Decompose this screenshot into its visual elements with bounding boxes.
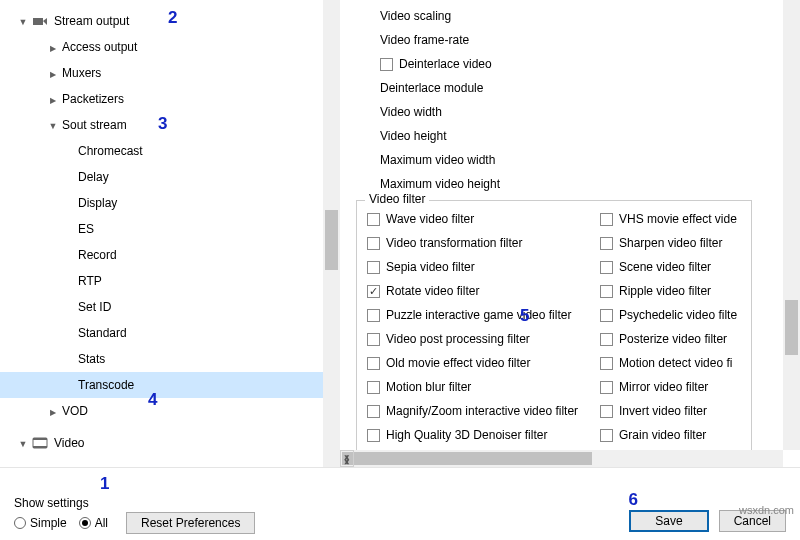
tree-label: Access output — [62, 40, 137, 54]
row-mirror: Mirror video filter — [600, 375, 740, 399]
svg-rect-2 — [33, 438, 47, 440]
checkbox-invert[interactable] — [600, 405, 613, 418]
label-rotate: Rotate video filter — [386, 284, 479, 298]
checkbox-oldmovie[interactable] — [367, 357, 380, 370]
panel-hscrollbar-thumb[interactable] — [342, 452, 592, 465]
tree-muxers[interactable]: Muxers — [0, 60, 340, 86]
row-magnify: Magnify/Zoom interactive video filter — [367, 399, 592, 423]
row-transform: Video transformation filter — [367, 231, 592, 255]
checkbox-sharpen[interactable] — [600, 237, 613, 250]
tree-scrollbar[interactable] — [323, 0, 340, 467]
checkbox-mirror[interactable] — [600, 381, 613, 394]
tree-sout-stream[interactable]: Sout stream — [0, 112, 340, 138]
tree-rtp[interactable]: RTP — [0, 268, 340, 294]
row-vhs: VHS movie effect vide — [600, 207, 740, 231]
tree-packetizers[interactable]: Packetizers — [0, 86, 340, 112]
label-oldmovie: Old movie effect video filter — [386, 356, 531, 370]
radio-all[interactable] — [79, 517, 91, 529]
label-magnify: Magnify/Zoom interactive video filter — [386, 404, 578, 418]
checkbox-grain[interactable] — [600, 429, 613, 442]
checkbox-postproc[interactable] — [367, 333, 380, 346]
tree-vod[interactable]: VOD — [0, 398, 340, 424]
label-mirror: Mirror video filter — [619, 380, 708, 394]
tree-es[interactable]: ES — [0, 216, 340, 242]
row-grain: Grain video filter — [600, 423, 740, 447]
chevron-right-icon — [48, 406, 58, 417]
tree-label: Video — [54, 436, 84, 450]
panel-vscrollbar[interactable] — [783, 0, 800, 450]
checkbox-wave[interactable] — [367, 213, 380, 226]
label-video-frame-rate: Video frame-rate — [380, 28, 800, 52]
tree-video[interactable]: Video — [0, 430, 340, 456]
stream-output-icon — [32, 13, 48, 29]
tree-label: Sout stream — [62, 118, 127, 132]
radio-simple-label: Simple — [30, 516, 67, 530]
tree-label: Record — [78, 248, 117, 262]
row-rotate: Rotate video filter — [367, 279, 592, 303]
row-posterize: Posterize video filter — [600, 327, 740, 351]
row-puzzle: Puzzle interactive game video filter — [367, 303, 592, 327]
checkbox-puzzle[interactable] — [367, 309, 380, 322]
checkbox-vhs[interactable] — [600, 213, 613, 226]
tree-display[interactable]: Display — [0, 190, 340, 216]
tree-label: Packetizers — [62, 92, 124, 106]
row-motionblur: Motion blur filter — [367, 375, 592, 399]
tree-scrollbar-thumb[interactable] — [325, 210, 338, 270]
checkbox-motionblur[interactable] — [367, 381, 380, 394]
chevron-right-icon — [48, 42, 58, 53]
tree-label: VOD — [62, 404, 88, 418]
panel-vscrollbar-thumb[interactable] — [785, 300, 798, 355]
label-grain: Grain video filter — [619, 428, 706, 442]
chevron-down-icon — [18, 438, 28, 449]
checkbox-deinterlace[interactable] — [380, 58, 393, 71]
checkbox-rotate[interactable] — [367, 285, 380, 298]
checkbox-motiondetect[interactable] — [600, 357, 613, 370]
tree-stream-output[interactable]: Stream output — [0, 8, 340, 34]
tree-label: Set ID — [78, 300, 111, 314]
label-deinterlace-module: Deinterlace module — [380, 76, 800, 100]
row-scene: Scene video filter — [600, 255, 740, 279]
reset-button[interactable]: Reset Preferences — [126, 512, 255, 534]
checkbox-psychedelic[interactable] — [600, 309, 613, 322]
label-motionblur: Motion blur filter — [386, 380, 471, 394]
checkbox-sepia[interactable] — [367, 261, 380, 274]
label-wave: Wave video filter — [386, 212, 474, 226]
label-video-scaling: Video scaling — [380, 4, 800, 28]
video-filter-group: Video filter Wave video filter Video tra… — [356, 200, 752, 454]
tree-label: Stats — [78, 352, 105, 366]
tree-label: RTP — [78, 274, 102, 288]
label-postproc: Video post processing filter — [386, 332, 530, 346]
label-max-video-width: Maximum video width — [380, 148, 800, 172]
label-video-height: Video height — [380, 124, 800, 148]
tree-stats[interactable]: Stats — [0, 346, 340, 372]
radio-simple[interactable] — [14, 517, 26, 529]
label-sharpen: Sharpen video filter — [619, 236, 722, 250]
hscroll-right-arrow[interactable]: ❯ — [340, 450, 354, 467]
settings-panel: Video scaling Video frame-rate Deinterla… — [340, 0, 800, 467]
label-scene: Scene video filter — [619, 260, 711, 274]
video-filter-legend: Video filter — [365, 192, 429, 206]
checkbox-scene[interactable] — [600, 261, 613, 274]
tree-chromecast[interactable]: Chromecast — [0, 138, 340, 164]
row-oldmovie: Old movie effect video filter — [367, 351, 592, 375]
checkbox-magnify[interactable] — [367, 405, 380, 418]
tree-set-id[interactable]: Set ID — [0, 294, 340, 320]
tree-delay[interactable]: Delay — [0, 164, 340, 190]
tree-label: Transcode — [78, 378, 134, 392]
tree-standard[interactable]: Standard — [0, 320, 340, 346]
checkbox-hq3d[interactable] — [367, 429, 380, 442]
tree-label: Chromecast — [78, 144, 143, 158]
panel-hscrollbar[interactable] — [340, 450, 783, 467]
label-puzzle: Puzzle interactive game video filter — [386, 308, 571, 322]
tree-transcode[interactable]: Transcode — [0, 372, 340, 398]
category-tree: Stream output Access output Muxers Packe… — [0, 0, 340, 467]
checkbox-ripple[interactable] — [600, 285, 613, 298]
checkbox-posterize[interactable] — [600, 333, 613, 346]
tree-access-output[interactable]: Access output — [0, 34, 340, 60]
checkbox-transform[interactable] — [367, 237, 380, 250]
row-hq3d: High Quality 3D Denoiser filter — [367, 423, 592, 447]
tree-record[interactable]: Record — [0, 242, 340, 268]
chevron-right-icon — [48, 68, 58, 79]
show-settings-label: Show settings — [14, 496, 255, 510]
save-button[interactable]: Save — [629, 510, 708, 532]
